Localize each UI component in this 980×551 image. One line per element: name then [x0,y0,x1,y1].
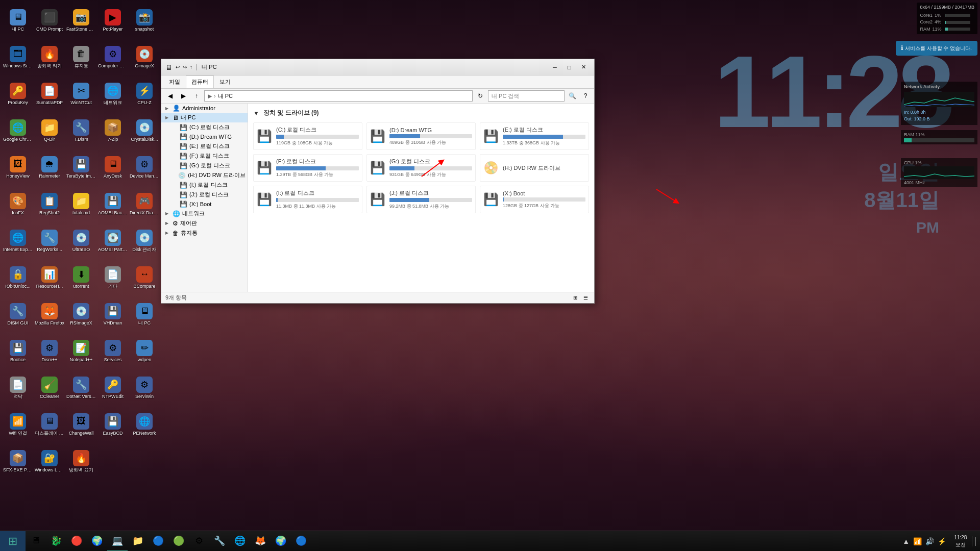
desktop-icon-58[interactable]: 💾 EasyBCD [97,407,128,442]
desktop-icon-56[interactable]: 🖥 디스플레이 설정 [34,407,65,442]
tree-item-10[interactable]: 💾 (X:) Boot [161,199,248,209]
tab-file[interactable]: 파일 [163,76,186,88]
tray-battery[interactable]: ⚡ [937,536,947,546]
refresh-button[interactable]: ↻ [475,90,486,102]
drive-item-5[interactable]: 📀 (H:) DVD RW 드라이브 [480,154,589,182]
desktop-icon-22[interactable]: 💾 TeraByte Image 3.31 [66,149,96,185]
taskbar-icon-1[interactable]: 🖥 [26,531,46,552]
taskbar-icon-12[interactable]: 🦊 [250,531,271,552]
desktop-icon-49[interactable]: ✏ wdpen [129,333,160,369]
desktop-icon-40[interactable]: 🔧 DISM GUI [3,296,33,332]
drive-item-6[interactable]: 💾 (I:) 로컬 디스크 11.3MB 중 11.3MB 사용 가능 [253,186,362,213]
desktop-icon-27[interactable]: 📁 totalcmd [66,186,96,222]
tree-item-7[interactable]: 💿 (H:) DVD RW 드라이브 [161,170,248,180]
desktop-icon-14[interactable]: ⚡ CPU-Z [129,76,160,112]
desktop-icon-21[interactable]: 🌧 Rainmeter [34,149,65,185]
taskbar-icon-3[interactable]: 🔴 [66,531,87,552]
desktop-icon-9[interactable]: 💿 GimageX [129,39,160,75]
taskbar-icon-8[interactable]: 🟢 [168,531,189,552]
tree-item-0[interactable]: ▶ 👤 Administrator [161,104,248,113]
desktop-icon-36[interactable]: 📊 ResourceH... [34,260,65,295]
desktop-icon-45[interactable]: 💾 Bootice [3,333,33,369]
drive-item-8[interactable]: 💾 (X:) Boot 128GB 중 127GB 사용 가능 [480,186,589,213]
help-button[interactable]: ? [580,90,591,102]
desktop-icon-60[interactable]: 📦 SFX-EXE Producer [3,443,33,479]
taskbar-icon-11[interactable]: 🌐 [230,531,250,552]
taskbar-icon-10[interactable]: 🔧 [209,531,230,552]
desktop-icon-25[interactable]: 🎨 IcoFX [3,186,33,222]
desktop-icon-32[interactable]: 💿 UltraISO [66,223,96,259]
tree-item-8[interactable]: 💾 (I:) 로컬 디스크 [161,180,248,190]
desktop-icon-42[interactable]: 💿 RSImageX [66,296,96,332]
start-button[interactable]: ⊞ [0,531,26,552]
search-button[interactable]: 🔍 [567,90,578,102]
desktop-icon-24[interactable]: ⚙ Device Manager [129,149,160,185]
desktop-icon-29[interactable]: 🎮 DirectX Diagnostic [129,186,160,222]
forward-button[interactable]: ▶ [178,90,189,102]
view-list-button[interactable]: ☰ [581,293,590,303]
desktop-icon-31[interactable]: 🔧 RegWorks... [34,223,65,259]
desktop-icon-47[interactable]: 📝 Notepad++ [66,333,96,369]
desktop-icon-20[interactable]: 🖼 HoneyView [3,149,33,185]
taskbar-icon-9[interactable]: ⚙ [189,531,209,552]
drive-item-1[interactable]: 💾 (D:) Dream WTG 489GB 중 310GB 사용 가능 [366,122,476,150]
desktop-icon-62[interactable]: 🔥 방화벽 끄기 [66,443,96,479]
desktop-icon-6[interactable]: 🔥 방화벽 켜기 [34,39,65,75]
desktop-icon-30[interactable]: 🌐 Internet Explorer [3,223,33,259]
desktop-icon-54[interactable]: ⚙ ServiWin [129,370,160,406]
tree-item-12[interactable]: ▶ ⚙ 제어판 [161,218,248,228]
tray-expand[interactable]: ▲ [901,536,911,546]
desktop-icon-55[interactable]: 📶 Wifi 연결 [3,407,33,442]
maximize-button[interactable]: □ [562,62,576,72]
tree-item-11[interactable]: ▶ 🌐 네트워크 [161,209,248,218]
desktop-icon-35[interactable]: 🔓 IObitUnloc... [3,260,33,295]
tree-item-6[interactable]: 💾 (G:) 로컬 디스크 [161,161,248,170]
tree-item-9[interactable]: 💾 (J:) 로컬 디스크 [161,190,248,199]
drive-item-3[interactable]: 💾 (F:) 로컬 디스크 1.39TB 중 568GB 사용 가능 [253,154,362,182]
desktop-icon-44[interactable]: 🖥 내 PC [129,296,160,332]
desktop-icon-1[interactable]: ⬛ CMD Prompt [34,3,65,38]
tree-item-5[interactable]: 💾 (F:) 로컬 디스크 [161,151,248,161]
desktop-icon-34[interactable]: 💿 Disk 관리자 [129,223,160,259]
drive-item-2[interactable]: 💾 (E:) 로컬 디스크 1.33TB 중 368GB 사용 가능 [480,122,589,150]
desktop-icon-13[interactable]: 🌐 네트워크 [97,76,128,112]
tree-item-2[interactable]: 💾 (C:) 로컬 디스크 [161,122,248,132]
desktop-icon-41[interactable]: 🦊 Mozilla Firefox [34,296,65,332]
taskbar-icon-13[interactable]: 🌍 [271,531,291,552]
search-input[interactable] [488,90,565,102]
desktop-icon-43[interactable]: 💾 VHDman [97,296,128,332]
desktop-icon-37[interactable]: ⬇ utorrent [66,260,96,295]
desktop-icon-57[interactable]: 🖼 ChangeWall [66,407,96,442]
taskbar-icon-2[interactable]: 🐉 [46,531,66,552]
show-desktop-button[interactable]: │ [972,536,980,546]
taskbar-icon-4[interactable]: 🌍 [87,531,107,552]
desktop-icon-16[interactable]: 📁 Q-Dir [34,113,65,148]
desktop-icon-2[interactable]: 📷 FastStone Capture [66,3,96,38]
taskbar-icon-14[interactable]: 🔵 [291,531,311,552]
desktop-icon-15[interactable]: 🌐 Google Chrome [3,113,33,148]
desktop-icon-61[interactable]: 🔐 Windows Login ... [34,443,65,479]
window-nav-up[interactable]: ↑ [190,64,192,70]
tree-item-13[interactable]: ▶ 🗑 휴지통 [161,228,248,238]
desktop-icon-39[interactable]: ↔ BCompare [129,260,160,295]
address-path[interactable]: ▶ › 내 PC [204,90,473,102]
desktop-icon-28[interactable]: 💾 AOMEI Backupper [97,186,128,222]
desktop-icon-38[interactable]: 📄 기타 [97,260,128,295]
desktop-icon-33[interactable]: 💽 AOMEI Partitio... [97,223,128,259]
desktop-icon-11[interactable]: 📄 SumatraPDF [34,76,65,112]
window-nav-undo[interactable]: ↩ [176,64,180,70]
taskbar-icon-5[interactable]: 💻 [107,531,128,552]
tray-volume[interactable]: 🔊 [924,536,935,546]
taskbar-icon-6[interactable]: 📁 [128,531,148,552]
desktop-icon-18[interactable]: 📦 7-Zip [97,113,128,148]
desktop-icon-10[interactable]: 🔑 ProduKey [3,76,33,112]
desktop-icon-53[interactable]: 🔑 NTPWEdit [97,370,128,406]
desktop-icon-7[interactable]: 🗑 휴지통 [66,39,96,75]
drive-item-7[interactable]: 💾 (J:) 로컬 디스크 99.2MB 중 51.8MB 사용 가능 [366,186,476,213]
tree-item-1[interactable]: ▶ 🖥 내 PC [161,113,248,122]
taskbar-icon-7[interactable]: 🔵 [148,531,168,552]
tab-view[interactable]: 보기 [214,76,236,88]
desktop-icon-26[interactable]: 📋 RegShot2 [34,186,65,222]
tray-network[interactable]: 📶 [912,536,923,546]
desktop-icon-5[interactable]: 🗔 Windows Sidebar [3,39,33,75]
